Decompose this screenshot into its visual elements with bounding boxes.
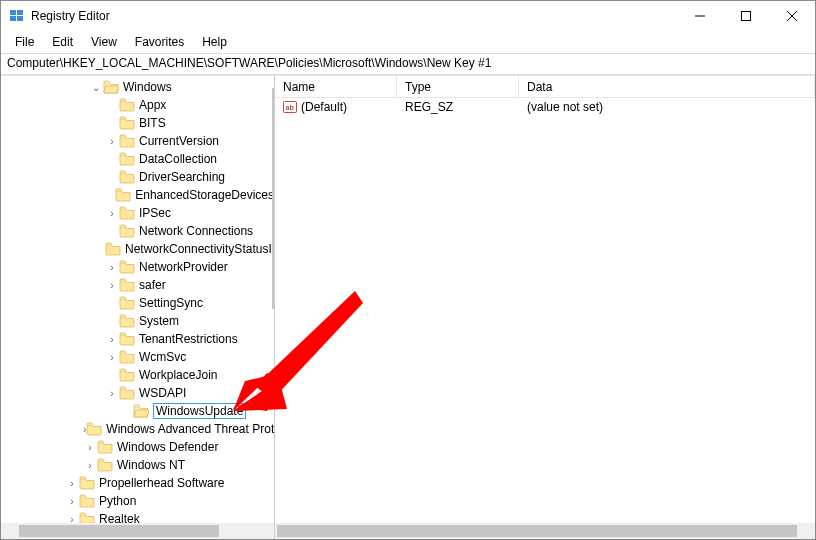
window-controls — [677, 1, 815, 31]
value-name: (Default) — [301, 100, 347, 114]
chevron-right-icon[interactable]: › — [105, 388, 119, 399]
chevron-right-icon[interactable]: › — [65, 514, 79, 524]
column-header-type[interactable]: Type — [397, 76, 519, 97]
folder-icon — [119, 368, 135, 382]
chevron-right-icon[interactable]: › — [105, 262, 119, 273]
tree-item[interactable]: ›Propellerhead Software — [1, 474, 274, 492]
tree-item-label: SettingSync — [139, 296, 203, 310]
tree-item[interactable]: ›NetworkProvider — [1, 258, 274, 276]
tree-item[interactable]: EnhancedStorageDevices — [1, 186, 274, 204]
tree-item[interactable]: NetworkConnectivityStatusIndicator — [1, 240, 274, 258]
chevron-right-icon[interactable]: › — [83, 442, 97, 453]
folder-icon — [79, 512, 95, 523]
tree-item[interactable]: ›safer — [1, 276, 274, 294]
tree-item[interactable]: ›WSDAPI — [1, 384, 274, 402]
close-button[interactable] — [769, 1, 815, 31]
tree-item-label: EnhancedStorageDevices — [135, 188, 274, 202]
tree-item[interactable]: BITS — [1, 114, 274, 132]
menubar: File Edit View Favorites Help — [1, 31, 815, 53]
chevron-down-icon[interactable]: ⌄ — [89, 82, 103, 93]
tree-item-label: WorkplaceJoin — [139, 368, 217, 382]
value-row[interactable]: ab (Default) REG_SZ (value not set) — [275, 98, 815, 116]
window-title: Registry Editor — [31, 9, 677, 23]
menu-file[interactable]: File — [7, 33, 42, 51]
maximize-button[interactable] — [723, 1, 769, 31]
folder-icon — [115, 188, 131, 202]
tree-item[interactable]: WorkplaceJoin — [1, 366, 274, 384]
tree-item[interactable]: ›CurrentVersion — [1, 132, 274, 150]
folder-icon — [79, 494, 95, 508]
svg-rect-2 — [10, 16, 16, 21]
chevron-right-icon[interactable]: › — [83, 460, 97, 471]
chevron-right-icon[interactable]: › — [105, 352, 119, 363]
tree-item-label: WSDAPI — [139, 386, 186, 400]
tree-item[interactable]: ›IPSec — [1, 204, 274, 222]
scrollbar-thumb[interactable] — [19, 525, 219, 537]
tree-item-label: IPSec — [139, 206, 171, 220]
tree-scroll[interactable]: ⌄WindowsAppxBITS›CurrentVersionDataColle… — [1, 76, 274, 523]
tree-item-label: Python — [99, 494, 136, 508]
minimize-button[interactable] — [677, 1, 723, 31]
tree-item[interactable]: DriverSearching — [1, 168, 274, 186]
folder-icon — [119, 170, 135, 184]
chevron-right-icon[interactable]: › — [105, 280, 119, 291]
menu-edit[interactable]: Edit — [44, 33, 81, 51]
chevron-right-icon[interactable]: › — [105, 136, 119, 147]
folder-icon — [97, 458, 113, 472]
tree-pane: ⌄WindowsAppxBITS›CurrentVersionDataColle… — [1, 76, 275, 539]
values-pane: Name Type Data ab (Default) REG_SZ (valu… — [275, 76, 815, 539]
column-header-name[interactable]: Name — [275, 76, 397, 97]
menu-favorites[interactable]: Favorites — [127, 33, 192, 51]
string-value-icon: ab — [283, 100, 297, 114]
folder-icon — [119, 98, 135, 112]
chevron-right-icon[interactable]: › — [105, 208, 119, 219]
tree-item[interactable]: Appx — [1, 96, 274, 114]
folder-icon — [79, 476, 95, 490]
tree-item-label: System — [139, 314, 179, 328]
folder-icon — [119, 332, 135, 346]
menu-view[interactable]: View — [83, 33, 125, 51]
tree-item[interactable]: ›TenantRestrictions — [1, 330, 274, 348]
panes: ⌄WindowsAppxBITS›CurrentVersionDataColle… — [1, 75, 815, 539]
tree-item[interactable]: System — [1, 312, 274, 330]
scrollbar-thumb[interactable] — [277, 525, 797, 537]
folder-icon — [97, 440, 113, 454]
tree-item[interactable]: ⌄Windows — [1, 78, 274, 96]
list-horizontal-scrollbar[interactable] — [275, 523, 815, 539]
chevron-right-icon[interactable]: › — [65, 496, 79, 507]
tree-item[interactable]: ›Windows NT — [1, 456, 274, 474]
tree-item-label: Windows — [123, 80, 172, 94]
tree-item-label: Windows Defender — [117, 440, 218, 454]
address-bar[interactable]: Computer\HKEY_LOCAL_MACHINE\SOFTWARE\Pol… — [1, 53, 815, 75]
folder-icon — [119, 314, 135, 328]
list-body[interactable]: ab (Default) REG_SZ (value not set) — [275, 98, 815, 539]
vertical-scrollbar[interactable] — [272, 88, 274, 309]
tree-horizontal-scrollbar[interactable] — [1, 523, 274, 539]
tree-item-label: Realtek — [99, 512, 140, 523]
tree-item[interactable]: ›Python — [1, 492, 274, 510]
folder-icon — [119, 152, 135, 166]
tree-item[interactable]: ›Windows Defender — [1, 438, 274, 456]
tree-item[interactable]: ›Realtek — [1, 510, 274, 523]
chevron-right-icon[interactable]: › — [105, 334, 119, 345]
svg-rect-3 — [17, 16, 23, 21]
folder-icon — [119, 224, 135, 238]
tree-item[interactable]: SettingSync — [1, 294, 274, 312]
tree-item[interactable]: DataCollection — [1, 150, 274, 168]
chevron-right-icon[interactable]: › — [65, 478, 79, 489]
tree-item[interactable]: ›Windows Advanced Threat Protection — [1, 420, 274, 438]
app-icon — [9, 8, 25, 24]
tree-item-label: safer — [139, 278, 166, 292]
column-header-data[interactable]: Data — [519, 76, 815, 97]
value-type: REG_SZ — [397, 100, 519, 114]
rename-input[interactable]: WindowsUpdate — [153, 403, 246, 419]
value-data: (value not set) — [519, 100, 815, 114]
tree-item-label: NetworkProvider — [139, 260, 228, 274]
tree-item[interactable]: Network Connections — [1, 222, 274, 240]
tree-item-label: DataCollection — [139, 152, 217, 166]
folder-icon — [119, 134, 135, 148]
menu-help[interactable]: Help — [194, 33, 235, 51]
tree-item-editing[interactable]: WindowsUpdate — [1, 402, 274, 420]
svg-rect-1 — [17, 10, 23, 15]
tree-item[interactable]: ›WcmSvc — [1, 348, 274, 366]
